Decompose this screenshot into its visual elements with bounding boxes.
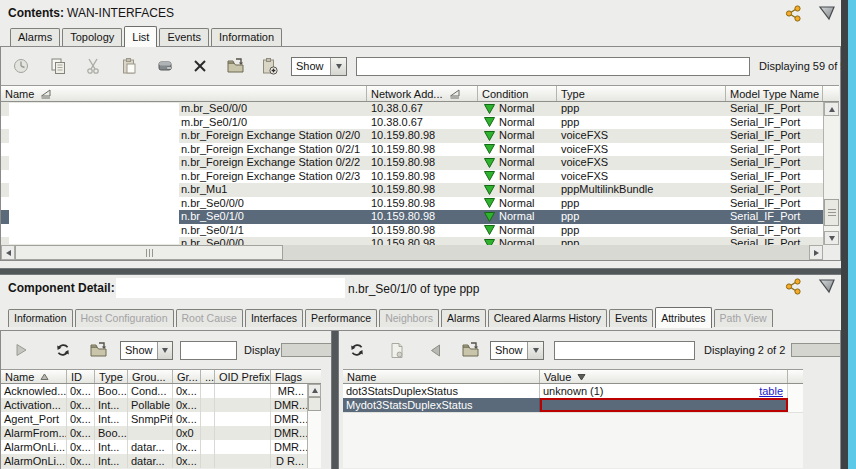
component-detail-tab-bar: Information Host Configuration Root Caus…: [8, 306, 773, 327]
values-filter-input[interactable]: [554, 341, 695, 360]
erase-icon[interactable]: [155, 56, 175, 76]
tab-attributes[interactable]: Attributes: [655, 307, 711, 328]
clipboard-add-icon[interactable]: [259, 56, 279, 76]
table-row[interactable]: Agent_Port 0x... Int... SnmpPif 0x... DM…: [1, 412, 307, 426]
tab-alarms[interactable]: Alarms: [441, 309, 486, 327]
column-header-oid-prefix[interactable]: OID Prefix: [215, 370, 271, 383]
attribute-table-header: Name ID Type Grou... Gr... ... OID Prefi…: [1, 369, 321, 384]
column-header-type[interactable]: Type: [557, 86, 726, 101]
column-header-name[interactable]: Name: [1, 370, 67, 383]
combo-dropdown-button[interactable]: [157, 342, 172, 359]
list-displaying-count: Displaying 59 of 59: [759, 60, 853, 72]
attribute-show-combobox[interactable]: Show: [120, 341, 173, 360]
tab-list[interactable]: List: [124, 26, 157, 47]
column-header-network-address[interactable]: Network Add...: [367, 86, 478, 101]
paste-into-icon[interactable]: [461, 340, 481, 360]
scroll-down-button[interactable]: [824, 231, 839, 245]
window-border-accent: [848, 0, 856, 469]
refresh-icon[interactable]: [53, 340, 73, 360]
scrollbar-thumb[interactable]: [308, 397, 321, 411]
tab-path-view: Path View: [714, 309, 773, 327]
value-edit-cell[interactable]: [540, 398, 788, 412]
tab-events[interactable]: Events: [159, 28, 209, 46]
combo-dropdown-button[interactable]: [330, 58, 346, 75]
values-displaying-count: Displaying 2 of 2: [704, 344, 785, 356]
values-show-combobox[interactable]: Show: [490, 341, 544, 360]
condition-normal-icon: [484, 225, 495, 235]
column-header-stub: [788, 370, 803, 383]
scrollbar-thumb[interactable]: [15, 245, 283, 260]
combo-dropdown-button[interactable]: [527, 342, 543, 359]
sort-descending-icon: [577, 373, 586, 381]
tab-alarms[interactable]: Alarms: [10, 28, 60, 46]
tab-information[interactable]: Information: [211, 28, 282, 46]
values-table-body: dot3StatsDuplexStatus unknown (1) table …: [343, 384, 803, 468]
list-filter-input[interactable]: [356, 57, 750, 76]
contents-title-value: WAN-INTERFACES: [67, 6, 174, 20]
paste-into-icon[interactable]: [89, 340, 109, 360]
contents-header: Contents: WAN-INTERFACES: [8, 6, 174, 20]
column-header-model-type-name[interactable]: Model Type Name: [726, 86, 823, 101]
table-row[interactable]: AlarmOnLi... 0x... Int... datar... 0x...…: [1, 440, 307, 454]
tab-interfaces[interactable]: Interfaces: [245, 309, 303, 327]
delete-icon[interactable]: [190, 56, 210, 76]
attribute-vertical-scrollbar[interactable]: [307, 384, 321, 468]
attribute-list-pane: Show Display Name ID Type Grou... Gr... …: [1, 331, 331, 468]
scroll-right-button[interactable]: [809, 245, 823, 260]
share-icon[interactable]: [783, 276, 803, 296]
scroll-up-button[interactable]: [308, 384, 321, 397]
tab-information[interactable]: Information: [8, 309, 73, 327]
tab-topology[interactable]: Topology: [62, 28, 122, 46]
column-header-condition[interactable]: Condition: [478, 86, 557, 101]
attribute-values-pane: Show Displaying 2 of 2 Name Value dot3St…: [339, 331, 840, 468]
column-header-gr[interactable]: Gr...: [173, 370, 201, 383]
tab-performance[interactable]: Performance: [305, 309, 377, 327]
copy-icon[interactable]: [48, 56, 68, 76]
column-header-type[interactable]: Type: [95, 370, 128, 383]
table-row[interactable]: dot3StatsDuplexStatus unknown (1) table: [343, 384, 803, 398]
list-horizontal-scrollbar[interactable]: [1, 245, 823, 260]
list-vertical-scrollbar[interactable]: [823, 102, 839, 245]
column-header-value[interactable]: Value: [540, 370, 788, 383]
show-filter-combobox[interactable]: Show: [291, 57, 347, 76]
show-filter-value: Show: [292, 60, 330, 72]
tab-neighbors: Neighbors: [379, 309, 439, 327]
attribute-filter-input[interactable]: [180, 341, 237, 360]
table-row-selected[interactable]: Mydot3StatsDuplexStatus: [343, 398, 803, 412]
redaction-overlay: [9, 103, 179, 244]
window-border-dark: [841, 0, 848, 469]
table-row[interactable]: AlarmFrom... 0x... Boo... 0x0 DMR...: [1, 426, 307, 440]
pennant-icon[interactable]: [817, 276, 837, 296]
component-detail-title-value: n.br_Se0/1/0 of type ppp: [348, 282, 479, 296]
interface-list-panel: Show Displaying 59 of 59 Name Network Ad…: [0, 46, 841, 261]
condition-normal-icon: [484, 198, 495, 208]
paste-into-icon[interactable]: [226, 56, 246, 76]
scroll-up-button[interactable]: [824, 102, 839, 116]
pennant-icon[interactable]: [817, 3, 837, 23]
panel-splitter-handle[interactable]: [0, 268, 841, 275]
run-icon: [11, 340, 31, 360]
column-header-id[interactable]: ID: [67, 370, 95, 383]
tab-events[interactable]: Events: [609, 309, 653, 327]
column-header-name[interactable]: Name: [343, 370, 540, 383]
column-header-more[interactable]: ...: [201, 370, 215, 383]
tab-root-cause: Root Cause: [176, 309, 243, 327]
scrollbar-thumb[interactable]: [824, 199, 839, 226]
share-icon[interactable]: [783, 3, 803, 23]
table-row[interactable]: AlarmOnLi... 0x... Int... datar... 0x...…: [1, 454, 307, 468]
column-header-stub: [823, 86, 839, 101]
scroll-left-button[interactable]: [1, 245, 15, 260]
report-icon: [387, 340, 407, 360]
table-row[interactable]: Activation... 0x... Int... Pollable 0x..…: [1, 398, 307, 412]
tab-cleared-alarms-history[interactable]: Cleared Alarms History: [488, 309, 607, 327]
table-link[interactable]: table: [759, 384, 783, 398]
component-detail-title-label: Component Detail:: [8, 281, 115, 295]
table-row[interactable]: Acknowled... 0x... Boo... Cond... 0x... …: [1, 384, 307, 398]
pane-splitter-handle[interactable]: [331, 331, 339, 469]
refresh-icon[interactable]: [347, 340, 367, 360]
column-header-group[interactable]: Grou...: [128, 370, 173, 383]
column-header-flags[interactable]: Flags: [271, 370, 307, 383]
values-toolbar: Show Displaying 2 of 2: [339, 331, 840, 369]
column-header-name[interactable]: Name: [1, 86, 367, 101]
condition-normal-icon: [484, 171, 495, 181]
